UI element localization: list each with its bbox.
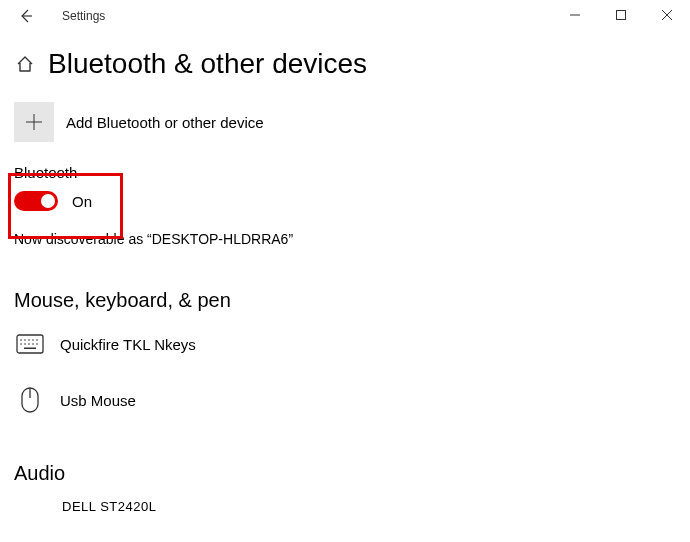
home-icon[interactable]	[14, 53, 36, 75]
back-arrow-icon	[18, 8, 34, 24]
bluetooth-toggle[interactable]	[14, 191, 58, 211]
minimize-icon	[570, 10, 580, 20]
svg-point-3	[24, 339, 26, 341]
plus-tile	[14, 102, 54, 142]
bluetooth-toggle-state: On	[72, 193, 92, 210]
minimize-button[interactable]	[552, 0, 598, 30]
add-device-label: Add Bluetooth or other device	[66, 114, 264, 131]
toggle-thumb	[41, 194, 55, 208]
discoverable-text: Now discoverable as “DESKTOP-HLDRRA6”	[14, 231, 690, 247]
audio-device-truncated: DELL ST2420L	[62, 499, 690, 514]
device-row-keyboard[interactable]: Quickfire TKL Nkeys	[14, 328, 690, 360]
close-button[interactable]	[644, 0, 690, 30]
page-header: Bluetooth & other devices	[0, 32, 690, 102]
bluetooth-label: Bluetooth	[14, 164, 690, 181]
svg-rect-12	[24, 348, 36, 350]
window-title: Settings	[62, 9, 105, 23]
svg-rect-0	[617, 11, 626, 20]
input-devices-group-title: Mouse, keyboard, & pen	[14, 289, 690, 312]
maximize-button[interactable]	[598, 0, 644, 30]
plus-icon	[25, 113, 43, 131]
titlebar: Settings	[0, 0, 690, 32]
back-button[interactable]	[14, 4, 38, 28]
maximize-icon	[616, 10, 626, 20]
device-name: Usb Mouse	[60, 392, 136, 409]
page-title: Bluetooth & other devices	[48, 48, 367, 80]
bluetooth-section: Bluetooth On Now discoverable as “DESKTO…	[14, 164, 690, 247]
device-row-mouse[interactable]: Usb Mouse	[14, 384, 690, 416]
svg-point-7	[20, 343, 22, 345]
window-controls	[552, 0, 690, 30]
content-area: Add Bluetooth or other device Bluetooth …	[0, 102, 690, 514]
svg-point-11	[36, 343, 38, 345]
svg-point-4	[28, 339, 30, 341]
keyboard-icon	[14, 328, 46, 360]
svg-point-6	[36, 339, 38, 341]
device-name: Quickfire TKL Nkeys	[60, 336, 196, 353]
svg-point-10	[32, 343, 34, 345]
svg-point-9	[28, 343, 30, 345]
close-icon	[662, 10, 672, 20]
svg-point-2	[20, 339, 22, 341]
bluetooth-toggle-row: On	[14, 191, 690, 211]
add-device-button[interactable]: Add Bluetooth or other device	[14, 102, 690, 142]
audio-group-title: Audio	[14, 462, 690, 485]
mouse-icon	[14, 384, 46, 416]
svg-point-8	[24, 343, 26, 345]
svg-point-5	[32, 339, 34, 341]
